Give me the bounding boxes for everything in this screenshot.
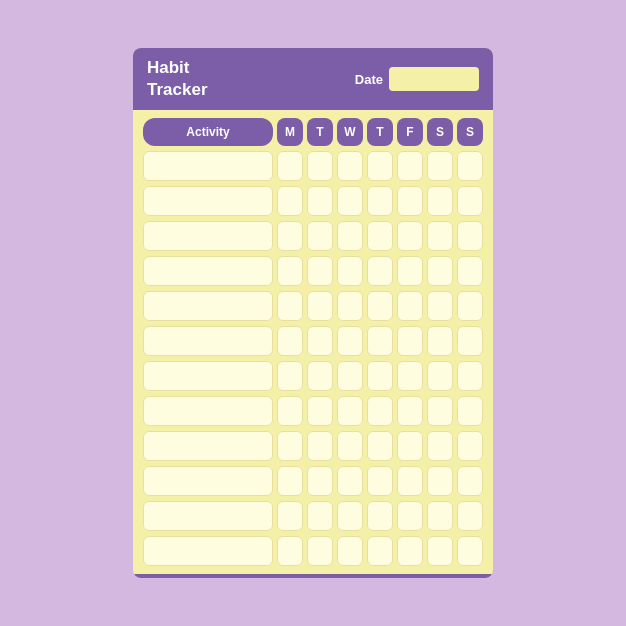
day-cell-9-7[interactable] bbox=[457, 431, 483, 461]
day-cell-4-5[interactable] bbox=[397, 256, 423, 286]
day-cell-5-4[interactable] bbox=[367, 291, 393, 321]
day-cell-2-6[interactable] bbox=[427, 186, 453, 216]
activity-cell-2[interactable] bbox=[143, 186, 273, 216]
day-cell-2-1[interactable] bbox=[277, 186, 303, 216]
day-cell-12-2[interactable] bbox=[307, 536, 333, 566]
day-cell-4-6[interactable] bbox=[427, 256, 453, 286]
day-cell-1-4[interactable] bbox=[367, 151, 393, 181]
day-cell-4-2[interactable] bbox=[307, 256, 333, 286]
day-cell-6-5[interactable] bbox=[397, 326, 423, 356]
activity-cell-3[interactable] bbox=[143, 221, 273, 251]
day-cell-10-6[interactable] bbox=[427, 466, 453, 496]
day-cell-3-5[interactable] bbox=[397, 221, 423, 251]
day-cell-3-3[interactable] bbox=[337, 221, 363, 251]
title-line1: Habit bbox=[147, 58, 190, 77]
day-cell-6-4[interactable] bbox=[367, 326, 393, 356]
day-cell-8-5[interactable] bbox=[397, 396, 423, 426]
activity-cell-12[interactable] bbox=[143, 536, 273, 566]
day-cell-7-4[interactable] bbox=[367, 361, 393, 391]
day-cell-11-4[interactable] bbox=[367, 501, 393, 531]
activity-cell-10[interactable] bbox=[143, 466, 273, 496]
day-cell-9-4[interactable] bbox=[367, 431, 393, 461]
day-cell-12-6[interactable] bbox=[427, 536, 453, 566]
activity-cell-6[interactable] bbox=[143, 326, 273, 356]
activity-cell-1[interactable] bbox=[143, 151, 273, 181]
day-cell-2-5[interactable] bbox=[397, 186, 423, 216]
day-cell-10-7[interactable] bbox=[457, 466, 483, 496]
day-cell-4-4[interactable] bbox=[367, 256, 393, 286]
day-cell-8-7[interactable] bbox=[457, 396, 483, 426]
activity-cell-11[interactable] bbox=[143, 501, 273, 531]
day-cell-12-7[interactable] bbox=[457, 536, 483, 566]
day-cell-9-6[interactable] bbox=[427, 431, 453, 461]
day-cell-8-3[interactable] bbox=[337, 396, 363, 426]
day-cell-9-1[interactable] bbox=[277, 431, 303, 461]
day-cell-1-2[interactable] bbox=[307, 151, 333, 181]
day-cell-1-6[interactable] bbox=[427, 151, 453, 181]
day-cell-1-5[interactable] bbox=[397, 151, 423, 181]
day-cell-12-4[interactable] bbox=[367, 536, 393, 566]
day-cell-3-1[interactable] bbox=[277, 221, 303, 251]
day-cell-5-1[interactable] bbox=[277, 291, 303, 321]
day-cell-2-3[interactable] bbox=[337, 186, 363, 216]
day-cell-1-1[interactable] bbox=[277, 151, 303, 181]
day-cell-5-6[interactable] bbox=[427, 291, 453, 321]
day-cell-3-2[interactable] bbox=[307, 221, 333, 251]
day-cell-8-4[interactable] bbox=[367, 396, 393, 426]
day-cell-8-1[interactable] bbox=[277, 396, 303, 426]
day-cell-11-2[interactable] bbox=[307, 501, 333, 531]
activity-cell-7[interactable] bbox=[143, 361, 273, 391]
activity-cell-9[interactable] bbox=[143, 431, 273, 461]
day-cell-11-6[interactable] bbox=[427, 501, 453, 531]
day-cell-11-1[interactable] bbox=[277, 501, 303, 531]
day-cell-9-2[interactable] bbox=[307, 431, 333, 461]
day-cell-8-2[interactable] bbox=[307, 396, 333, 426]
day-cell-5-5[interactable] bbox=[397, 291, 423, 321]
day-cell-5-2[interactable] bbox=[307, 291, 333, 321]
day-cell-9-5[interactable] bbox=[397, 431, 423, 461]
day-cell-6-7[interactable] bbox=[457, 326, 483, 356]
day-cell-6-1[interactable] bbox=[277, 326, 303, 356]
day-cell-12-3[interactable] bbox=[337, 536, 363, 566]
day-cell-3-4[interactable] bbox=[367, 221, 393, 251]
day-cell-11-5[interactable] bbox=[397, 501, 423, 531]
day-cell-3-6[interactable] bbox=[427, 221, 453, 251]
day-cell-8-6[interactable] bbox=[427, 396, 453, 426]
day-cell-9-3[interactable] bbox=[337, 431, 363, 461]
day-cell-11-7[interactable] bbox=[457, 501, 483, 531]
day-cell-7-2[interactable] bbox=[307, 361, 333, 391]
day-cell-10-5[interactable] bbox=[397, 466, 423, 496]
activity-cell-4[interactable] bbox=[143, 256, 273, 286]
day-cell-1-7[interactable] bbox=[457, 151, 483, 181]
day-cell-6-2[interactable] bbox=[307, 326, 333, 356]
day-cell-2-2[interactable] bbox=[307, 186, 333, 216]
day-cell-5-3[interactable] bbox=[337, 291, 363, 321]
day-cell-12-5[interactable] bbox=[397, 536, 423, 566]
day-cell-10-2[interactable] bbox=[307, 466, 333, 496]
day-cell-10-1[interactable] bbox=[277, 466, 303, 496]
day-cell-10-4[interactable] bbox=[367, 466, 393, 496]
day-cell-2-4[interactable] bbox=[367, 186, 393, 216]
day-cell-7-7[interactable] bbox=[457, 361, 483, 391]
day-cell-2-7[interactable] bbox=[457, 186, 483, 216]
day-cell-11-3[interactable] bbox=[337, 501, 363, 531]
day-cell-1-3[interactable] bbox=[337, 151, 363, 181]
day-cell-7-5[interactable] bbox=[397, 361, 423, 391]
table-row bbox=[143, 501, 483, 531]
activity-cell-8[interactable] bbox=[143, 396, 273, 426]
col-header-thu: T bbox=[367, 118, 393, 146]
day-cell-4-1[interactable] bbox=[277, 256, 303, 286]
day-cell-7-3[interactable] bbox=[337, 361, 363, 391]
day-cell-4-7[interactable] bbox=[457, 256, 483, 286]
day-cell-3-7[interactable] bbox=[457, 221, 483, 251]
day-cell-4-3[interactable] bbox=[337, 256, 363, 286]
day-cell-7-1[interactable] bbox=[277, 361, 303, 391]
day-cell-6-6[interactable] bbox=[427, 326, 453, 356]
activity-cell-5[interactable] bbox=[143, 291, 273, 321]
day-cell-5-7[interactable] bbox=[457, 291, 483, 321]
day-cell-7-6[interactable] bbox=[427, 361, 453, 391]
day-cell-12-1[interactable] bbox=[277, 536, 303, 566]
day-cell-10-3[interactable] bbox=[337, 466, 363, 496]
date-input-box[interactable] bbox=[389, 67, 479, 91]
day-cell-6-3[interactable] bbox=[337, 326, 363, 356]
